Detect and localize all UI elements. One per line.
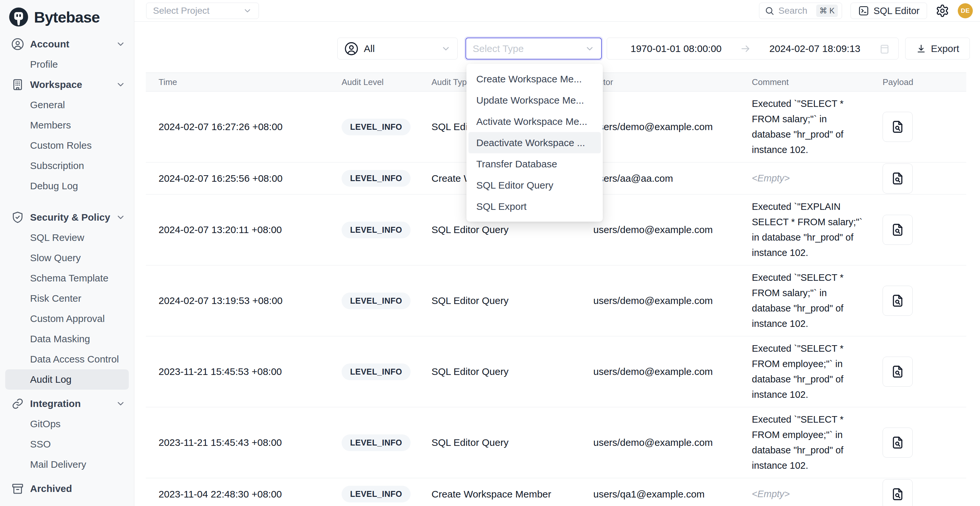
sidebar-item-schema-template[interactable]: Schema Template — [0, 268, 134, 288]
select-project-placeholder: Select Project — [153, 6, 210, 16]
date-from-value[interactable]: 1970-01-01 08:00:00 — [615, 43, 737, 54]
chevron-down-icon — [116, 39, 126, 49]
sidebar-item-label: Integration — [30, 398, 81, 409]
cell-time: 2023-11-21 15:45:53 +08:00 — [146, 336, 342, 407]
payload-view-button[interactable] — [883, 286, 913, 316]
sidebar-item-general[interactable]: General — [0, 95, 134, 115]
cell-comment: Executed `"SELECT * FROM salary;"` in da… — [752, 92, 863, 162]
cell-comment-empty: <Empty> — [752, 166, 863, 191]
file-search-icon — [891, 435, 905, 450]
table-row: 2023-11-04 22:48:30 +08:00 LEVEL_INFO Cr… — [146, 478, 966, 506]
sidebar-item-account[interactable]: Account — [0, 34, 134, 54]
avatar[interactable]: DE — [958, 3, 973, 18]
terminal-icon — [858, 5, 869, 16]
cell-comment: Executed `"SELECT * FROM salary;"` in da… — [752, 266, 863, 336]
sidebar-item-data-masking[interactable]: Data Masking — [0, 329, 134, 349]
chevron-down-icon — [116, 212, 126, 222]
sidebar-item-label: Archived — [30, 483, 72, 494]
level-badge: LEVEL_INFO — [342, 293, 410, 309]
sidebar-item-security-policy[interactable]: Security & Policy — [0, 207, 134, 228]
topbar: Select Project Search ⌘ K SQL Editor DE — [134, 0, 980, 22]
file-search-icon — [891, 364, 905, 379]
sidebar-item-members[interactable]: Members — [0, 115, 134, 135]
sidebar-item-risk-center[interactable]: Risk Center — [0, 288, 134, 309]
sidebar-item-workspace[interactable]: Workspace — [0, 75, 134, 95]
date-to-value[interactable]: 2024-02-07 18:09:13 — [754, 43, 877, 54]
chevron-down-icon — [243, 6, 252, 15]
chevron-down-icon — [116, 399, 126, 409]
payload-view-button[interactable] — [883, 356, 913, 387]
calendar-icon — [879, 43, 891, 54]
column-header-audit-level: Audit Level — [342, 73, 431, 92]
bytebase-logo[interactable]: Bytebase — [0, 0, 134, 31]
level-badge: LEVEL_INFO — [342, 486, 410, 503]
cell-time: 2023-11-04 22:48:30 +08:00 — [146, 478, 342, 506]
chevron-down-icon — [585, 44, 595, 54]
user-circle-icon — [344, 41, 359, 56]
user-circle-icon — [11, 38, 24, 51]
sidebar-item-subscription[interactable]: Subscription — [0, 156, 134, 176]
menu-item-deactivate-workspace-member[interactable]: Deactivate Workspace ... — [468, 132, 601, 153]
sidebar-item-audit-log[interactable]: Audit Log — [5, 369, 129, 390]
payload-view-button[interactable] — [883, 164, 913, 194]
type-filter-dropdown[interactable]: Select Type — [466, 38, 602, 59]
cell-time: 2024-02-07 16:27:26 +08:00 — [146, 92, 342, 162]
date-range-picker[interactable]: 1970-01-01 08:00:00 2024-02-07 18:09:13 — [607, 38, 899, 59]
menu-item-sql-editor-query[interactable]: SQL Editor Query — [468, 175, 601, 196]
search-icon — [765, 6, 775, 16]
sidebar-item-profile[interactable]: Profile — [0, 54, 134, 75]
cell-actor: users/demo@example.com — [593, 407, 752, 478]
payload-view-button[interactable] — [883, 215, 913, 245]
menu-item-activate-workspace-member[interactable]: Activate Workspace Me... — [468, 111, 601, 132]
download-icon — [916, 43, 926, 54]
menu-item-transfer-database[interactable]: Transfer Database — [468, 153, 601, 175]
column-header-payload: Payload — [883, 73, 966, 92]
sidebar-item-mail-delivery[interactable]: Mail Delivery — [0, 454, 134, 475]
file-search-icon — [891, 487, 905, 501]
search-input[interactable]: Search ⌘ K — [759, 3, 842, 19]
archive-icon — [11, 482, 24, 495]
sidebar-item-slow-query[interactable]: Slow Query — [0, 248, 134, 268]
brand-name: Bytebase — [34, 8, 100, 26]
level-badge: LEVEL_INFO — [342, 434, 410, 451]
menu-item-update-workspace-member[interactable]: Update Workspace Me... — [468, 89, 601, 111]
shield-check-icon — [11, 211, 24, 224]
actor-filter-dropdown[interactable]: All — [337, 38, 458, 59]
cell-audit-type: SQL Editor Query — [431, 266, 593, 336]
sidebar-item-archived[interactable]: Archived — [0, 479, 134, 499]
search-shortcut-badge: ⌘ K — [816, 5, 838, 17]
sidebar: Bytebase Account Profile Workspace Gener… — [0, 0, 134, 506]
cell-comment: Executed `"SELECT * FROM employee;"` in … — [752, 336, 863, 407]
payload-view-button[interactable] — [883, 479, 913, 506]
cell-audit-type: SQL Editor Query — [431, 336, 593, 407]
sidebar-item-sso[interactable]: SSO — [0, 434, 134, 454]
sidebar-item-integration[interactable]: Integration — [0, 393, 134, 414]
cell-time: 2024-02-07 13:19:53 +08:00 — [146, 266, 342, 336]
file-search-icon — [891, 171, 905, 186]
export-button[interactable]: Export — [905, 38, 970, 59]
sidebar-item-data-access-control[interactable]: Data Access Control — [0, 349, 134, 369]
sidebar-item-sql-review[interactable]: SQL Review — [0, 228, 134, 248]
sql-editor-button[interactable]: SQL Editor — [851, 3, 927, 19]
cell-actor: users/demo@example.com — [593, 92, 752, 162]
menu-item-create-workspace-member[interactable]: Create Workspace Me... — [468, 68, 601, 89]
sidebar-item-label: Account — [30, 38, 69, 50]
file-search-icon — [891, 294, 905, 308]
sidebar-item-label: Security & Policy — [30, 212, 110, 223]
payload-view-button[interactable] — [883, 428, 913, 458]
select-project-dropdown[interactable]: Select Project — [146, 3, 259, 19]
sidebar-item-gitops[interactable]: GitOps — [0, 414, 134, 434]
cell-actor: users/qa1@example.com — [593, 478, 752, 506]
payload-view-button[interactable] — [883, 112, 913, 142]
table-row: 2024-02-07 13:19:53 +08:00 LEVEL_INFO SQ… — [146, 266, 966, 336]
sidebar-item-custom-roles[interactable]: Custom Roles — [0, 135, 134, 156]
column-header-actor: Actor — [593, 73, 752, 92]
sidebar-item-debug-log[interactable]: Debug Log — [0, 176, 134, 196]
cell-actor: users/demo@example.com — [593, 194, 752, 266]
column-header-time: Time — [146, 73, 342, 92]
chevron-down-icon — [441, 44, 451, 54]
menu-item-sql-export[interactable]: SQL Export — [468, 196, 601, 217]
gear-icon[interactable] — [935, 4, 949, 18]
sidebar-item-custom-approval[interactable]: Custom Approval — [0, 309, 134, 329]
table-row: 2023-11-21 15:45:53 +08:00 LEVEL_INFO SQ… — [146, 336, 966, 407]
